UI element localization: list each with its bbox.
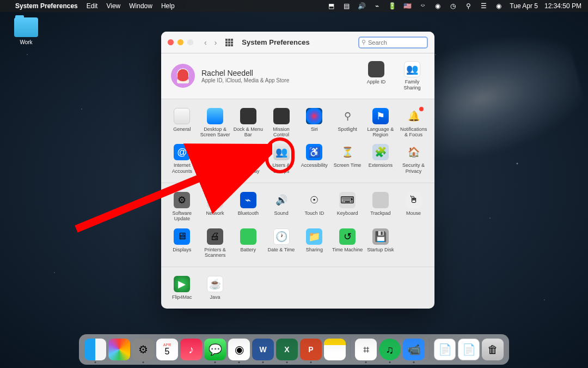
user-icon[interactable]: ◉ <box>433 2 442 10</box>
user-avatar[interactable] <box>171 64 195 88</box>
folder-icon <box>14 17 38 37</box>
siri-icon[interactable]: ◉ <box>494 2 503 10</box>
pref-battery[interactable]: Battery <box>232 225 265 262</box>
dock-zoom[interactable]: 📹 <box>403 339 425 360</box>
control-center-icon[interactable]: ☰ <box>479 2 488 10</box>
dock-powerpoint[interactable]: P <box>300 339 322 360</box>
pref-security[interactable]: 🏠Security & Privacy <box>397 141 430 177</box>
dock-chrome[interactable]: ◉ <box>228 339 250 360</box>
minimize-button[interactable] <box>177 39 183 45</box>
pref-keyboard[interactable]: ⌨Keyboard <box>331 189 364 225</box>
desktop-icon <box>207 108 223 124</box>
pref-software-update[interactable]: ⚙Software Update <box>166 189 199 225</box>
clock-icon[interactable]: ◷ <box>449 2 457 10</box>
menubar-app-name[interactable]: System Preferences <box>15 2 78 10</box>
pref-family-sharing[interactable]: 👥 Family Sharing <box>400 61 425 91</box>
pref-mission-control[interactable]: Mission Control <box>265 105 298 141</box>
pref-apple-id[interactable]: Apple ID <box>364 61 389 91</box>
dock-launchpad[interactable] <box>108 339 130 360</box>
dropbox-icon[interactable]: ⬒ <box>327 2 335 10</box>
pref-accessibility[interactable]: ♿Accessibility <box>298 141 331 177</box>
pref-startup-disk[interactable]: 💾Startup Disk <box>364 225 397 262</box>
folder-share-icon: 📁 <box>306 228 322 245</box>
pref-mouse[interactable]: 🖱Mouse <box>397 189 430 225</box>
dock-notes[interactable] <box>324 339 346 360</box>
dock-file-2[interactable]: 📄 <box>458 339 480 360</box>
flag-icon[interactable]: 🇺🇸 <box>403 2 412 10</box>
menubar-date[interactable]: Tue Apr 5 <box>510 2 538 10</box>
menu-view[interactable]: View <box>106 2 120 10</box>
search-field-wrap[interactable]: ⚲ <box>358 37 428 49</box>
dock-messages[interactable]: 💬 <box>204 339 226 360</box>
system-preferences-window: ‹ › System Preferences ⚲ Rachel Needell … <box>161 32 434 309</box>
dock-spotify[interactable]: ♫ <box>379 339 401 360</box>
spotlight-icon[interactable]: ⚲ <box>464 2 473 10</box>
apple-id-label: Apple ID <box>364 79 389 85</box>
clock-pref-icon: 🕐 <box>273 228 290 245</box>
show-all-button[interactable] <box>225 39 233 46</box>
pref-flip4mac[interactable]: ▶Flip4Mac <box>166 273 199 309</box>
dock-file-1[interactable]: 📄 <box>434 339 456 360</box>
dock-music[interactable]: ♪ <box>180 339 202 360</box>
pref-bluetooth[interactable]: ⌁Bluetooth <box>232 189 265 225</box>
wifi-icon[interactable]: ⌔ <box>418 2 427 10</box>
at-icon: @ <box>174 144 190 160</box>
menu-help[interactable]: Help <box>161 2 175 10</box>
menu-edit[interactable]: Edit <box>87 2 98 10</box>
pref-passwords[interactable]: 🔑Passwords <box>199 141 232 177</box>
menubar-time[interactable]: 12:34:50 PM <box>544 2 581 10</box>
notification-badge <box>419 107 424 111</box>
back-button[interactable]: ‹ <box>204 38 207 47</box>
pref-internet-accounts[interactable]: @Internet Accounts <box>166 141 199 177</box>
dock-finder[interactable] <box>84 339 106 360</box>
dock-separator-2 <box>429 339 430 360</box>
pref-java[interactable]: ☕Java <box>199 273 232 309</box>
pref-spotlight[interactable]: ⚲Spotlight <box>331 105 364 141</box>
battery-icon[interactable]: 🔋 <box>388 2 396 10</box>
dock-system-preferences[interactable]: ⚙ <box>132 339 154 360</box>
pref-network[interactable]: 🌐Network <box>199 189 232 225</box>
dock-excel[interactable]: X <box>276 339 298 360</box>
user-name: Rachel Needell <box>201 69 289 77</box>
pref-wallet[interactable]: Wallet & Apple Pay <box>232 141 265 177</box>
pref-general[interactable]: General <box>166 105 199 141</box>
menu-window[interactable]: Window <box>129 2 152 10</box>
language-icon: ⚑ <box>372 108 389 124</box>
pref-printers[interactable]: 🖨Printers & Scanners <box>199 225 232 262</box>
general-icon <box>174 108 190 124</box>
pref-touch-id[interactable]: ☉Touch ID <box>298 189 331 225</box>
users-icon: 👥 <box>273 144 290 160</box>
globe-icon: 🌐 <box>207 192 223 208</box>
pref-desktop[interactable]: Desktop & Screen Saver <box>199 105 232 141</box>
pref-extensions[interactable]: 🧩Extensions <box>364 141 397 177</box>
dock-calendar[interactable]: APR5 <box>156 339 178 360</box>
search-input[interactable] <box>368 39 425 46</box>
pref-section-1: General Desktop & Screen Saver Dock & Me… <box>161 99 434 183</box>
dock-word[interactable]: W <box>252 339 274 360</box>
pref-sharing[interactable]: 📁Sharing <box>298 225 331 262</box>
puzzle-icon: 🧩 <box>372 144 389 160</box>
pref-screen-time[interactable]: ⏳Screen Time <box>331 141 364 177</box>
pref-date-time[interactable]: 🕐Date & Time <box>265 225 298 262</box>
close-button[interactable] <box>168 39 174 45</box>
pref-siri[interactable]: Siri <box>298 105 331 141</box>
bluetooth-icon[interactable]: ⌁ <box>372 2 381 10</box>
keyboard-icon: ⌨ <box>339 192 356 208</box>
backup-icon[interactable]: ▤ <box>342 2 351 10</box>
siri-icon <box>306 108 322 124</box>
pref-sound[interactable]: 🔊Sound <box>265 189 298 225</box>
dock-slack[interactable]: ⌗ <box>355 339 377 360</box>
pref-notifications[interactable]: 🔔Notifications & Focus <box>397 105 430 141</box>
pref-language[interactable]: ⚑Language & Region <box>364 105 397 141</box>
maximize-button[interactable] <box>187 39 193 45</box>
desktop-folder-work[interactable]: Work <box>10 17 42 45</box>
pref-time-machine[interactable]: ↺Time Machine <box>331 225 364 262</box>
window-title: System Preferences <box>242 38 309 46</box>
pref-trackpad[interactable]: Trackpad <box>364 189 397 225</box>
pref-users-groups[interactable]: 👥Users & Groups <box>265 141 298 177</box>
dock-trash[interactable]: 🗑 <box>482 339 504 360</box>
volume-icon[interactable]: 🔊 <box>357 2 366 10</box>
pref-displays[interactable]: 🖥Displays <box>166 225 199 262</box>
pref-dock[interactable]: Dock & Menu Bar <box>232 105 265 141</box>
forward-button[interactable]: › <box>215 38 217 47</box>
